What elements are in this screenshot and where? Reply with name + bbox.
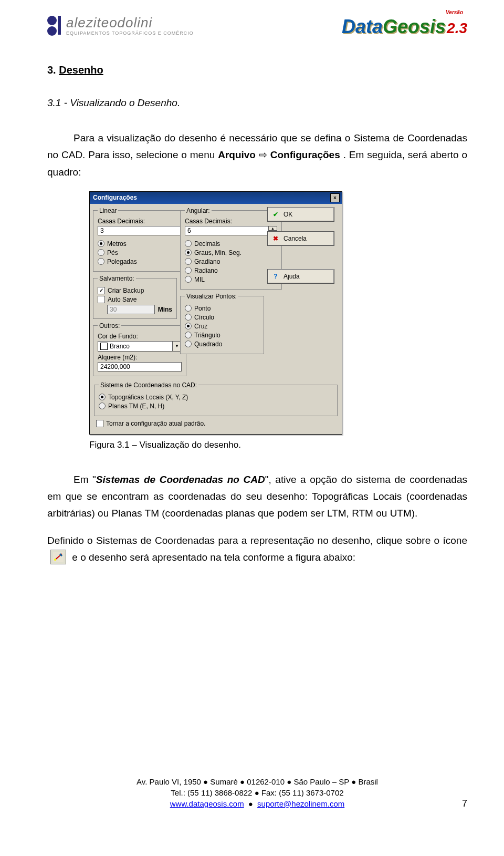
figure-caption: Figura 3.1 – Visualização do desenho. <box>89 440 467 450</box>
linear-casas-input[interactable] <box>98 226 182 235</box>
swatch-icon <box>100 343 108 350</box>
cor-label: Cor de Fundo: <box>98 333 182 340</box>
angular-casas-label: Casas Decimais: <box>185 218 277 225</box>
unit-metros: Metros <box>107 240 127 247</box>
radio-mil[interactable]: MIL <box>185 276 277 283</box>
radio-topograficas[interactable]: Topográficas Locais (X, Y, Z) <box>99 394 333 401</box>
radio-triangulo[interactable]: Triângulo <box>185 332 259 339</box>
salvamento-legend: Salvamento: <box>98 275 136 282</box>
p2-a: Em <box>74 474 92 485</box>
check-criar-backup[interactable]: Criar Backup <box>98 287 172 294</box>
toolbar-draw-icon[interactable] <box>50 550 66 564</box>
unit-polegadas: Polegadas <box>107 258 137 265</box>
figure-dialog: Configurações × Linear Casas Decimais: ▲… <box>47 191 467 435</box>
subsection-title: Visualizando o Desenho. <box>70 97 180 108</box>
angular-casas-input[interactable] <box>185 226 269 235</box>
product-logo: Versão Data Geosis 2.3 <box>342 16 467 38</box>
radio-pes[interactable]: Pés <box>98 249 190 256</box>
sys-planas: Planas TM (E, N, H) <box>108 403 164 410</box>
tornar-padrao-label: Tornar a configuração atual padrão. <box>106 420 205 427</box>
subsection-heading: 3.1 - Visualizando o Desenho. <box>47 97 467 109</box>
page-header: aleziteodolini EQUIPAMENTOS TOPOGRÁFICOS… <box>47 16 467 38</box>
paragraph-2: Em "Sistemas de Coordenadas no CAD", ati… <box>47 471 467 566</box>
help-button[interactable]: ?Ajuda <box>267 269 334 284</box>
p1-menu-b: Configurações <box>270 149 340 160</box>
radio-gms[interactable]: Graus, Min, Seg. <box>185 249 277 256</box>
close-icon[interactable]: × <box>330 193 340 202</box>
mode-decimais: Decimais <box>194 240 220 247</box>
radio-planas-tm[interactable]: Planas TM (E, N, H) <box>99 403 333 410</box>
footer-tel: Tel.: (55 11) 3868-0822 ● Fax: (55 11) 3… <box>63 787 452 798</box>
radio-quadrado[interactable]: Quadrado <box>185 341 259 348</box>
product-version-label: Versão <box>446 9 463 15</box>
radio-cruz[interactable]: Cruz <box>185 323 259 330</box>
radio-ponto[interactable]: Ponto <box>185 305 259 312</box>
vis-cruz: Cruz <box>194 323 207 330</box>
subsection-num: 3.1 - <box>47 97 67 108</box>
alq-label: Alqueire (m2): <box>98 354 182 361</box>
vis-quadrado: Quadrado <box>194 341 222 348</box>
p3-b: e o desenho será apresentado na tela con… <box>72 552 355 563</box>
cor-value: Branco <box>110 343 172 350</box>
svg-point-1 <box>54 559 56 561</box>
footer-address: Av. Paulo VI, 1950 ● Sumaré ● 01262-010 … <box>63 776 452 787</box>
ok-label: OK <box>284 211 292 218</box>
auto-save-label: Auto Save <box>108 296 136 303</box>
mins-input <box>107 305 155 314</box>
radio-gradiano[interactable]: Gradiano <box>185 258 277 265</box>
outros-legend: Outros: <box>98 322 121 329</box>
cancel-button[interactable]: ✖Cancela <box>267 231 334 246</box>
page-footer: Av. Paulo VI, 1950 ● Sumaré ● 01262-010 … <box>0 776 504 809</box>
angular-legend: Angular: <box>185 207 212 214</box>
vis-triangulo: Triângulo <box>194 332 220 339</box>
check-auto-save[interactable]: Auto Save <box>98 296 172 303</box>
product-name-b: Geosis <box>383 16 446 38</box>
company-name: aleziteodolini <box>66 16 194 29</box>
group-sistema: Sistema de Coordenadas no CAD: Topográfi… <box>94 381 338 416</box>
product-version: 2.3 <box>447 20 467 37</box>
mins-label: Mins <box>158 306 172 313</box>
group-angular: Angular: Casas Decimais: ▲▼ Decimais Gra… <box>180 207 282 290</box>
help-label: Ajuda <box>284 273 300 280</box>
page-number: 7 <box>452 798 467 809</box>
vis-ponto: Ponto <box>194 305 211 312</box>
check-tornar-padrao[interactable]: Tornar a configuração atual padrão. <box>96 420 335 427</box>
section-title: Desenho <box>59 64 103 76</box>
linear-casas-label: Casas Decimais: <box>98 218 190 225</box>
section-num: 3. <box>47 64 56 76</box>
linear-legend: Linear <box>98 207 118 214</box>
group-linear: Linear Casas Decimais: ▲▼ Metros Pés Pol… <box>93 207 195 272</box>
dialog-title: Configurações <box>93 194 137 201</box>
radio-metros[interactable]: Metros <box>98 240 190 247</box>
company-sub: EQUIPAMENTOS TOPOGRÁFICOS E COMÉRCIO <box>66 31 194 36</box>
help-icon: ? <box>272 273 279 280</box>
radio-polegadas[interactable]: Polegadas <box>98 258 190 265</box>
dialog-titlebar[interactable]: Configurações × <box>90 192 342 204</box>
ok-button[interactable]: ✔OK <box>267 207 334 222</box>
alqueire-input[interactable] <box>98 362 182 372</box>
company-mark-icon <box>47 16 61 36</box>
radio-radiano[interactable]: Radiano <box>185 267 277 274</box>
mode-gradiano: Gradiano <box>194 258 220 265</box>
mode-gms: Graus, Min, Seg. <box>194 249 242 256</box>
p1-menu-a: Arquivo <box>218 149 259 160</box>
cor-combo[interactable]: Branco ▼ <box>98 341 182 352</box>
group-salvamento: Salvamento: Criar Backup Auto Save Mins <box>93 275 177 319</box>
group-visualizar: Visualizar Pontos: Ponto Círculo Cruz Tr… <box>180 293 264 354</box>
sys-topograficas: Topográficas Locais (X, Y, Z) <box>108 394 188 401</box>
config-dialog: Configurações × Linear Casas Decimais: ▲… <box>89 191 342 435</box>
radio-decimais[interactable]: Decimais <box>185 240 277 247</box>
visualizar-legend: Visualizar Pontos: <box>185 293 238 300</box>
mode-radiano: Radiano <box>194 267 218 274</box>
section-heading: 3. Desenho <box>47 64 467 76</box>
footer-web-link[interactable]: www.datageosis.com <box>170 799 244 808</box>
unit-pes: Pés <box>107 249 118 256</box>
arrow-icon: ⇨ <box>259 149 267 160</box>
p2-q1: " <box>92 474 96 485</box>
x-icon: ✖ <box>272 235 279 242</box>
footer-mail-link[interactable]: suporte@hezolinem.com <box>257 799 344 808</box>
sistema-legend: Sistema de Coordenadas no CAD: <box>99 381 198 389</box>
paragraph-1: Para a visualização do desenho é necessá… <box>47 130 467 181</box>
p3-a: Definido o Sistemas de Coordenadas para … <box>47 535 467 546</box>
radio-circulo[interactable]: Círculo <box>185 314 259 321</box>
